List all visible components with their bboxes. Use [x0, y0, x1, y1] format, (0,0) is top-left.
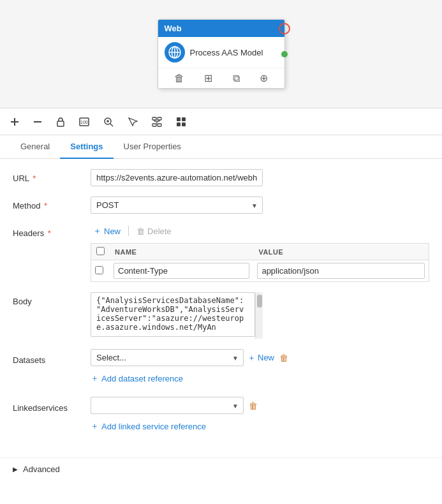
- datasets-controls: Datasets Select... ▼ ＋ New 🗑: [13, 349, 290, 366]
- url-required: *: [33, 174, 36, 183]
- svg-text:100: 100: [80, 120, 88, 124]
- linked-select-wrapper: ▼: [91, 397, 244, 414]
- method-row: Method * POST GET PUT DELETE PATCH ▼: [13, 196, 429, 214]
- headers-toolbar: ＋ New 🗑 Delete: [91, 224, 429, 238]
- col-name-header: NAME: [110, 244, 253, 260]
- copy-icon[interactable]: ⧉: [233, 73, 240, 84]
- tab-settings[interactable]: Settings: [60, 135, 113, 159]
- svg-rect-7: [57, 121, 64, 126]
- svg-rect-16: [152, 124, 156, 126]
- table-row: [91, 260, 429, 282]
- zoom-fit-button[interactable]: 100: [77, 116, 92, 128]
- add-button[interactable]: [8, 116, 22, 128]
- add-dataset-plus-icon: ＋: [91, 373, 99, 384]
- datasets-select-group: Select... ▼ ＋ New 🗑: [91, 349, 290, 366]
- method-required: *: [44, 201, 47, 211]
- add-dataset-button[interactable]: ＋ Add dataset reference: [91, 370, 183, 387]
- datasets-select[interactable]: Select...: [91, 349, 244, 366]
- url-input[interactable]: [91, 169, 263, 186]
- row-checkbox[interactable]: [95, 266, 103, 274]
- error-indicator: [279, 23, 290, 34]
- trash-icon: 🗑: [136, 226, 145, 236]
- headers-new-button[interactable]: ＋ New: [91, 224, 123, 238]
- headers-row: Headers * ＋ New 🗑 Delete: [13, 224, 429, 282]
- col-value-header: VALUE: [253, 244, 429, 260]
- node-body: Process AAS Model: [158, 37, 284, 68]
- method-select-wrapper: POST GET PUT DELETE PATCH ▼: [91, 196, 263, 214]
- activity-node[interactable]: Web Process AAS Model 🗑 ⊞ ⧉ ⊕: [158, 19, 285, 89]
- tab-general[interactable]: General: [10, 135, 60, 159]
- row-checkbox-cell: [91, 260, 110, 282]
- linked-select[interactable]: [91, 397, 244, 414]
- linkedservices-controls: Linkedservices ▼ 🗑: [13, 397, 259, 414]
- svg-line-11: [110, 124, 113, 126]
- node-footer: 🗑 ⊞ ⧉ ⊕: [158, 68, 284, 88]
- datasets-row: Datasets Select... ▼ ＋ New 🗑 ＋ Add datas…: [13, 349, 429, 387]
- success-dot: [281, 51, 288, 57]
- row-name-cell: [110, 260, 253, 282]
- svg-rect-17: [158, 124, 161, 126]
- headers-delete-button[interactable]: 🗑 Delete: [134, 225, 174, 237]
- header-value-input[interactable]: [257, 263, 425, 279]
- url-label: URL *: [13, 169, 83, 183]
- body-textarea-wrapper: [91, 292, 263, 339]
- arrow-icon[interactable]: ⊕: [260, 72, 268, 84]
- tab-user-properties[interactable]: User Properties: [114, 135, 191, 159]
- tabs-bar: General Settings User Properties: [0, 135, 442, 159]
- advanced-section[interactable]: ▶ Advanced: [0, 457, 442, 480]
- scrollbar[interactable]: [255, 292, 263, 339]
- properties-icon[interactable]: ⊞: [204, 72, 212, 84]
- col-checkbox: [91, 244, 110, 260]
- select-all-checkbox[interactable]: [96, 247, 105, 255]
- canvas-area: Web Process AAS Model 🗑 ⊞ ⧉ ⊕: [0, 0, 442, 108]
- scrollbar-thumb: [257, 295, 262, 308]
- body-label: Body: [13, 292, 83, 306]
- advanced-chevron-icon: ▶: [13, 466, 18, 473]
- headers-label: Headers *: [13, 224, 83, 238]
- datasets-delete-button[interactable]: 🗑: [278, 352, 290, 364]
- headers-table: NAME VALUE: [91, 243, 429, 282]
- linkedservices-row: Linkedservices ▼ 🗑 ＋ Add linked service …: [13, 397, 429, 434]
- header-name-input[interactable]: [114, 263, 249, 279]
- datasets-plus-icon: ＋: [247, 352, 256, 364]
- remove-button[interactable]: [31, 119, 45, 124]
- body-row: Body: [13, 292, 429, 339]
- datasets-label: Datasets: [13, 351, 83, 365]
- add-linked-button[interactable]: ＋ Add linked service reference: [91, 418, 206, 434]
- body-textarea[interactable]: [91, 292, 255, 337]
- node-header-title: Web: [165, 24, 182, 33]
- method-select[interactable]: POST GET PUT DELETE PATCH: [91, 196, 263, 214]
- svg-rect-15: [158, 117, 161, 120]
- plus-icon: ＋: [93, 225, 101, 237]
- form-area: URL * Method * POST GET PUT DELETE PATCH…: [0, 159, 442, 455]
- row-value-cell: [253, 260, 429, 282]
- layout-button[interactable]: [149, 115, 165, 128]
- headers-section: ＋ New 🗑 Delete NAME: [91, 224, 429, 282]
- method-label: Method *: [13, 196, 83, 211]
- headers-required: *: [48, 228, 51, 238]
- svg-rect-24: [177, 122, 180, 126]
- activity-name: Process AAS Model: [190, 48, 263, 57]
- linkedservices-select-group: ▼ 🗑: [91, 397, 259, 414]
- toolbar: 100: [0, 108, 442, 135]
- svg-rect-22: [177, 117, 180, 121]
- toolbar-separator: [128, 226, 129, 236]
- lock-button[interactable]: [54, 115, 68, 128]
- delete-icon[interactable]: 🗑: [174, 73, 184, 84]
- node-header: Web: [158, 20, 284, 37]
- zoom-in-button[interactable]: [101, 115, 116, 128]
- add-linked-plus-icon: ＋: [91, 420, 99, 432]
- url-row: URL *: [13, 169, 429, 186]
- svg-rect-25: [182, 122, 186, 126]
- svg-rect-23: [182, 117, 186, 121]
- activity-icon: [165, 42, 185, 63]
- select-button[interactable]: [125, 115, 140, 128]
- datasets-select-wrapper: Select... ▼: [91, 349, 244, 366]
- datasets-new-button[interactable]: ＋ New: [247, 352, 274, 364]
- linkedservices-label: Linkedservices: [13, 399, 83, 413]
- stacking-button[interactable]: [173, 115, 189, 128]
- svg-rect-14: [152, 117, 156, 120]
- linked-delete-button[interactable]: 🗑: [247, 399, 259, 412]
